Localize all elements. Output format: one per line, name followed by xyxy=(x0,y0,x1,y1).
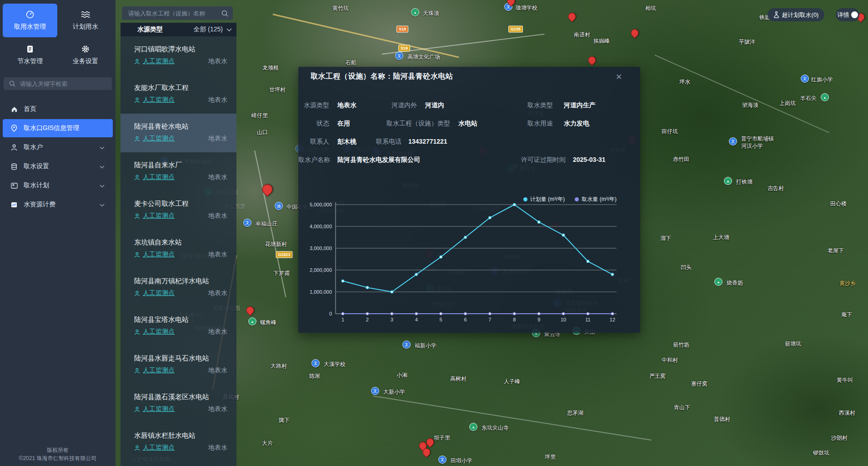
poi-school-icon[interactable]: 文 xyxy=(438,456,447,464)
water-source-type: 地表水 xyxy=(208,289,227,297)
sidebar-search-input[interactable] xyxy=(19,80,98,88)
document-icon xyxy=(26,45,34,54)
map-place-label: 小湘 xyxy=(396,371,407,379)
search-icon[interactable] xyxy=(221,10,228,17)
station-search-input[interactable] xyxy=(127,10,216,17)
map-place-label: 陇下 xyxy=(279,416,290,424)
location-pin-icon[interactable] xyxy=(629,27,640,38)
menu-item-home[interactable]: 首页 xyxy=(3,100,113,118)
map-place-label: 红旗小学 xyxy=(811,76,833,84)
poi-mountain-icon[interactable]: ▲ xyxy=(411,8,419,16)
detail-toggle[interactable]: 详情 xyxy=(836,8,859,21)
map-place-label: 田仔坑 xyxy=(662,128,678,135)
intake-line-chart[interactable]: 01,000,0002,000,0003,000,0004,000,0005,0… xyxy=(298,67,640,333)
svg-text:1,000,000: 1,000,000 xyxy=(310,289,332,295)
poi-gas-icon[interactable]: 油 xyxy=(275,202,283,210)
monitor-type-link[interactable]: 人工监测点 xyxy=(143,289,175,297)
station-list-item[interactable]: 陆河县宝塔水电站 人工监测点 地表水 xyxy=(120,307,236,346)
poi-mountain-icon[interactable]: ▲ xyxy=(714,278,722,286)
map-place-label: 严王窝 xyxy=(649,372,666,380)
filter-label: 水源类型 xyxy=(137,25,163,34)
poi-school-icon[interactable]: 文 xyxy=(402,341,411,349)
menu-label: 取水计划 xyxy=(24,181,49,190)
station-name: 陆河县自来水厂 xyxy=(134,161,182,170)
water-source-type: 地表水 xyxy=(208,212,227,220)
station-list-item[interactable]: 陆河县青砼水电站 人工监测点 地表水 xyxy=(120,114,236,152)
monitor-type-link[interactable]: 人工监测点 xyxy=(143,328,175,336)
monitor-type-link[interactable]: 人工监测点 xyxy=(143,405,175,413)
over-plan-label: 超计划取水(0) xyxy=(782,11,819,19)
monitor-type-link[interactable]: 人工监测点 xyxy=(143,96,175,104)
map-place-label: 花塘新村 xyxy=(265,241,287,248)
map-place-label: 大新小学 xyxy=(383,388,405,396)
menu-label: 取水设置 xyxy=(24,162,49,170)
sidebar-menu: 首页 取水口GIS信息管理 取水户 取水设置 取水计划 xyxy=(0,99,115,215)
menu-item-gis-info[interactable]: 取水口GIS信息管理 xyxy=(3,119,113,137)
monitor-type-link[interactable]: 人工监测点 xyxy=(143,251,175,259)
person-icon xyxy=(134,406,140,412)
station-list-item[interactable]: 陆河县水唇走马石水电站 人工监测点 地表水 xyxy=(120,346,236,384)
filter-value[interactable]: 全部 (125) xyxy=(193,25,223,34)
poi-school-icon[interactable]: 文 xyxy=(371,387,379,395)
monitor-type-link[interactable]: 人工监测点 xyxy=(143,135,175,143)
menu-item-water-users[interactable]: 取水户 xyxy=(3,138,113,156)
poi-school-icon[interactable]: 文 xyxy=(729,137,737,145)
station-list-item[interactable]: 陆河县激石溪老区水电站 人工监测点 地表水 xyxy=(120,384,236,423)
monitor-type-link[interactable]: 人工监测点 xyxy=(143,444,175,452)
water-source-type: 地表水 xyxy=(208,328,227,336)
toggle-knob[interactable] xyxy=(851,11,858,18)
poi-mountain-icon[interactable]: ▲ xyxy=(724,177,732,185)
location-pin-icon[interactable] xyxy=(245,305,256,316)
menu-label: 水资源计费 xyxy=(24,200,55,209)
poi-school-icon[interactable]: 文 xyxy=(311,359,320,367)
poi-school-icon[interactable]: 文 xyxy=(243,219,251,227)
menu-item-intake-settings[interactable]: 取水设置 xyxy=(3,157,113,175)
monitor-type-link[interactable]: 人工监测点 xyxy=(143,212,175,220)
monitor-type-link[interactable]: 人工监测点 xyxy=(143,173,175,181)
map-place-label: 挨娓峰 xyxy=(593,37,610,45)
station-list-item[interactable]: 陆河县自来水厂 人工监测点 地表水 xyxy=(120,152,236,191)
station-list-item[interactable]: 东坑镇自来水站 人工监测点 地表水 xyxy=(120,230,236,268)
map-place-label: 黄牛叫 xyxy=(837,376,853,384)
svg-text:12: 12 xyxy=(610,317,615,322)
menu-item-intake-plan[interactable]: 取水计划 xyxy=(3,176,113,195)
tab-water-intake-mgmt[interactable]: 取用水管理 xyxy=(3,4,57,37)
station-list-item[interactable]: 友能水厂取水工程 人工监测点 地表水 xyxy=(120,75,236,114)
poi-school-icon[interactable]: 文 xyxy=(801,75,809,83)
map-place-label: 赤竹田 xyxy=(673,155,689,163)
poi-school-icon[interactable]: 文 xyxy=(395,52,403,60)
tab-water-saving-mgmt[interactable]: 节水管理 xyxy=(3,38,57,72)
station-list-item[interactable]: 麦卡公司取水工程 人工监测点 地表水 xyxy=(120,191,236,230)
poi-mountain-icon[interactable]: ▲ xyxy=(248,317,256,326)
map-place-label: 庵下 xyxy=(841,311,852,319)
person-icon xyxy=(134,136,140,142)
map-place-label: 箭塘坑 xyxy=(785,340,801,348)
station-list-item[interactable]: 陆河县南万镇杞洋水电站 人工监测点 地表水 xyxy=(120,268,236,307)
poi-mountain-icon[interactable]: ▲ xyxy=(821,93,829,101)
map-place-label: 坝子里 xyxy=(434,434,450,442)
menu-item-water-billing[interactable]: 水资源计费 xyxy=(3,195,113,214)
station-list-item[interactable]: 水唇镇水栏肚水电站 人工监测点 地表水 xyxy=(120,423,236,461)
map-place-label: 坪水 xyxy=(679,78,690,86)
svg-text:3: 3 xyxy=(391,317,393,322)
map-place-label: 田心楼 xyxy=(830,200,847,208)
svg-text:5,000,000: 5,000,000 xyxy=(310,202,332,207)
chevron-down-icon xyxy=(100,144,105,151)
monitor-type-link[interactable]: 人工监测点 xyxy=(143,366,175,375)
sidebar-search xyxy=(4,77,112,90)
over-plan-intake-button[interactable]: 超计划取水(0) xyxy=(768,8,824,21)
station-list-item[interactable]: 河口镇唱歌潭水电站 人工监测点 地表水 xyxy=(120,36,236,75)
map-place-label: 相坑 xyxy=(645,5,656,12)
tab-planned-water[interactable]: 计划用水 xyxy=(58,4,113,37)
poi-mountain-icon[interactable]: ▲ xyxy=(469,423,477,431)
monitor-type-link[interactable]: 人工监测点 xyxy=(143,57,175,65)
map-place-label: 普德村 xyxy=(714,416,730,423)
station-filter-header: 水源类型 全部 (125) xyxy=(120,23,236,36)
map-place-label: 高塘文化广场 xyxy=(407,53,440,61)
location-pin-icon[interactable] xyxy=(587,55,597,65)
menu-label: 首页 xyxy=(24,105,36,113)
tab-business-settings[interactable]: 业务设置 xyxy=(58,38,113,72)
map-place-label: 石船 xyxy=(346,59,356,67)
chevron-down-icon[interactable] xyxy=(226,26,232,33)
location-pin-icon[interactable] xyxy=(567,11,577,22)
